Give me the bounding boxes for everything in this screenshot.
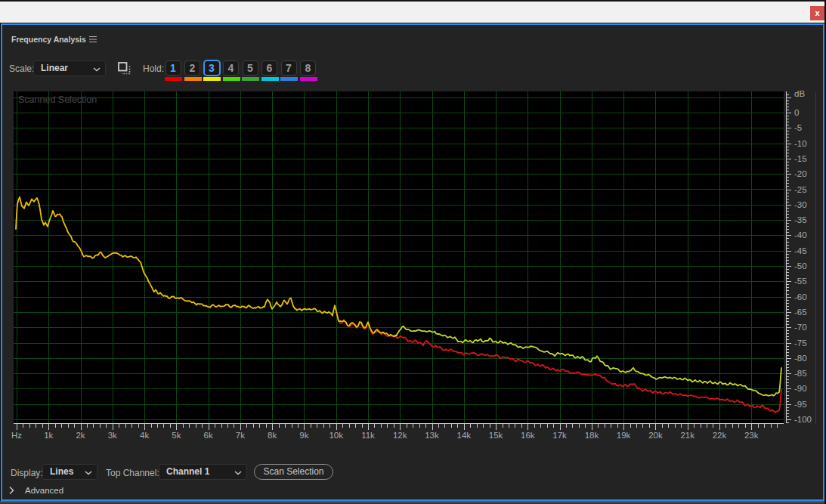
svg-text:13k: 13k xyxy=(425,431,439,440)
svg-text:5k: 5k xyxy=(172,431,181,440)
svg-text:-80: -80 xyxy=(794,354,807,363)
svg-text:22k: 22k xyxy=(713,431,727,440)
svg-text:8k: 8k xyxy=(268,431,277,440)
svg-text:-5: -5 xyxy=(794,123,802,132)
svg-text:-45: -45 xyxy=(794,246,807,255)
svg-text:-75: -75 xyxy=(794,339,807,348)
svg-text:14k: 14k xyxy=(457,431,472,440)
svg-text:0: 0 xyxy=(794,108,799,117)
svg-text:19k: 19k xyxy=(617,431,631,440)
svg-text:20k: 20k xyxy=(648,431,663,440)
svg-text:9k: 9k xyxy=(299,431,308,440)
svg-text:6k: 6k xyxy=(204,431,213,440)
svg-text:1k: 1k xyxy=(44,431,53,440)
svg-text:-10: -10 xyxy=(794,139,807,148)
svg-text:-55: -55 xyxy=(794,277,807,286)
svg-text:12k: 12k xyxy=(393,431,407,440)
svg-text:-20: -20 xyxy=(794,169,807,178)
svg-text:2k: 2k xyxy=(76,431,85,440)
svg-text:-100: -100 xyxy=(794,415,812,424)
svg-text:-70: -70 xyxy=(794,323,807,332)
svg-text:10k: 10k xyxy=(329,431,343,440)
svg-text:21k: 21k xyxy=(680,431,695,440)
svg-text:-40: -40 xyxy=(794,230,807,240)
svg-text:18k: 18k xyxy=(585,431,599,440)
svg-text:-60: -60 xyxy=(794,292,807,301)
svg-text:Hz: Hz xyxy=(11,431,22,440)
svg-text:23k: 23k xyxy=(744,431,759,440)
svg-text:3k: 3k xyxy=(108,431,117,440)
svg-text:-25: -25 xyxy=(794,185,807,194)
svg-text:11k: 11k xyxy=(361,431,375,440)
svg-text:Scanned Selection: Scanned Selection xyxy=(18,94,97,105)
svg-text:-85: -85 xyxy=(794,369,807,378)
svg-text:15k: 15k xyxy=(489,431,503,440)
svg-text:4k: 4k xyxy=(140,431,149,440)
svg-text:-95: -95 xyxy=(794,400,807,409)
svg-text:-50: -50 xyxy=(794,261,807,271)
svg-text:-30: -30 xyxy=(794,200,807,209)
svg-text:16k: 16k xyxy=(521,431,535,440)
svg-text:-65: -65 xyxy=(794,308,807,317)
svg-text:7k: 7k xyxy=(236,431,245,440)
svg-text:-35: -35 xyxy=(794,215,807,224)
svg-text:dB: dB xyxy=(794,89,805,98)
svg-text:17k: 17k xyxy=(552,431,567,440)
svg-text:-15: -15 xyxy=(794,154,807,163)
svg-text:-90: -90 xyxy=(794,384,807,393)
